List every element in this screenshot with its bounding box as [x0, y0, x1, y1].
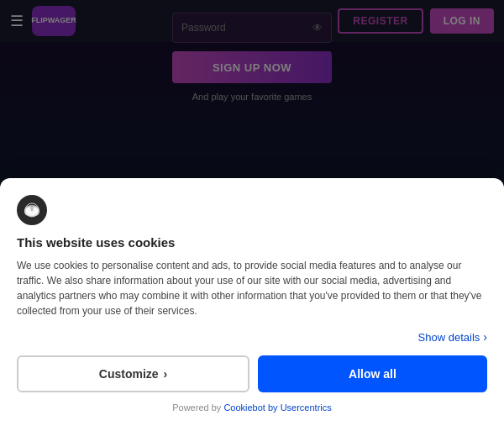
- cookie-title: This website uses cookies: [17, 235, 487, 250]
- cookie-footer: Powered by Cookiebot by Usercentrics: [17, 402, 487, 413]
- footer-powered-text: Powered by: [172, 402, 223, 413]
- show-details-row: Show details ›: [17, 330, 487, 344]
- cookie-buttons: Customize › Allow all: [17, 355, 487, 392]
- customize-chevron-icon: ›: [164, 367, 168, 381]
- show-details-link[interactable]: Show details: [418, 331, 480, 344]
- customize-label: Customize: [99, 367, 159, 381]
- cookie-dialog: This website uses cookies We use cookies…: [0, 178, 504, 426]
- cookiebot-logo: [17, 195, 47, 225]
- chevron-right-icon: ›: [483, 330, 487, 344]
- cookie-logo-svg: [22, 200, 42, 220]
- cookie-body: We use cookies to personalise content an…: [17, 258, 487, 318]
- allow-all-button[interactable]: Allow all: [258, 355, 487, 392]
- cookiebot-link[interactable]: Cookiebot by Usercentrics: [223, 402, 331, 413]
- customize-button[interactable]: Customize ›: [17, 355, 249, 392]
